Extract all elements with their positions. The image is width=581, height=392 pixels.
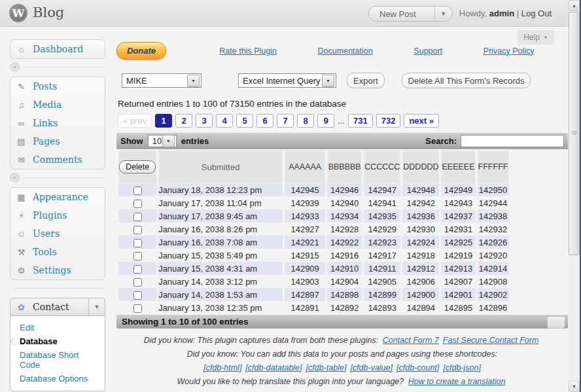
shortcode-link--cfdb-table-[interactable]: [cfdb-table] (306, 363, 347, 372)
column-header-aaaaaa[interactable]: AAAAAA (285, 151, 325, 183)
value-cell: 142926 (478, 236, 509, 249)
gear-flower-icon: ✿ (16, 302, 27, 312)
submenu-item-database[interactable]: Database (20, 334, 99, 348)
value-cell: 142921 (285, 236, 325, 249)
column-header-ffffff[interactable]: FFFFFF (478, 151, 509, 183)
sidebar-item-contact[interactable]: ✿ Contact ▼ (10, 298, 105, 316)
shortcode-link--cfdb-datatable-[interactable]: [cfdb-datatable] (245, 363, 302, 372)
plugin-ref-link-fast-secure-contact-form[interactable]: Fast Secure Contact Form (443, 336, 539, 345)
column-header-cccccc[interactable]: CCCCCC (364, 151, 400, 183)
shortcode-link--cfdb-value-[interactable]: [cfdb-value] (350, 363, 393, 372)
note-line: Did you know: This plugin captures data … (116, 336, 568, 345)
row-checkbox[interactable] (133, 278, 142, 287)
prev-page-button[interactable]: « prev (118, 114, 152, 128)
help-label: Help (523, 33, 540, 42)
page-button-7[interactable]: 7 (277, 114, 294, 128)
sidebar-item-tools[interactable]: ⚒Tools (10, 243, 105, 261)
row-checkbox[interactable] (133, 213, 142, 221)
username[interactable]: admin (489, 9, 514, 18)
page-button-2[interactable]: 2 (175, 114, 192, 128)
scroll-up-arrow-icon[interactable]: ▲ (569, 0, 580, 11)
media-icon: ♫ (16, 100, 27, 110)
sidebar-item-settings[interactable]: ⚙Settings (10, 261, 105, 279)
shortcode-link--cfdb-json-[interactable]: [cfdb-json] (443, 363, 481, 372)
collapse-arrow-icon[interactable]: « (10, 62, 20, 72)
row-checkbox[interactable] (133, 187, 142, 195)
page-button-8[interactable]: 8 (297, 114, 314, 128)
next-page-button[interactable]: next » (404, 114, 439, 128)
form-select[interactable]: MIKE ▼ (122, 73, 202, 88)
page-button-731[interactable]: 731 (348, 114, 373, 128)
column-header-dddddd[interactable]: DDDDDD (402, 151, 439, 183)
value-cell: 142923 (364, 236, 400, 249)
page-button-5[interactable]: 5 (236, 114, 253, 128)
page-button-6[interactable]: 6 (256, 114, 273, 128)
sidebar-item-media[interactable]: ♫Media (10, 96, 105, 114)
chain-link-icon: ∞ (16, 118, 27, 128)
horizontal-scroll-thumb[interactable] (547, 316, 565, 329)
row-checkbox[interactable] (133, 304, 142, 313)
page-button-9[interactable]: 9 (317, 114, 334, 128)
value-cell: 142895 (441, 301, 475, 314)
collapse-arrow-icon[interactable]: « (10, 173, 20, 183)
chevron-down-icon[interactable]: ▼ (434, 7, 452, 21)
sidebar-item-users[interactable]: ☺Users (10, 224, 105, 243)
new-post-button[interactable]: New Post ▼ (368, 6, 453, 22)
sidebar-item-appearance[interactable]: ▦Appearance (10, 188, 105, 206)
row-checkbox[interactable] (133, 291, 142, 300)
value-cell: 142925 (441, 236, 475, 249)
column-header-eeeeee[interactable]: EEEEEE (441, 151, 475, 183)
value-cell: 142908 (478, 275, 509, 288)
search-input[interactable] (461, 135, 564, 147)
table-controls-bar: Show 10 ▼ entries Search: (116, 133, 568, 149)
column-header-submitted[interactable]: Submitted (158, 151, 283, 183)
page-length-select[interactable]: 10 ▼ (148, 135, 177, 147)
delete-all-records-button[interactable]: Delete All This Form's Records (402, 73, 531, 88)
plugin-ref-link-contact-form-7[interactable]: Contact Form 7 (383, 336, 439, 345)
page-button-1[interactable]: 1 (155, 114, 172, 128)
shortcode-link--cfdb-count-[interactable]: [cfdb-count] (396, 363, 439, 372)
sidebar-item-dashboard[interactable]: ⌂ Dashboard (10, 39, 105, 59)
export-button[interactable]: Export (347, 73, 385, 88)
value-cell: 142913 (441, 262, 475, 275)
main-content: Donate Rate this PluginDocumentationSupp… (116, 42, 568, 391)
row-checkbox[interactable] (133, 265, 142, 274)
row-checkbox[interactable] (133, 239, 142, 247)
delete-button[interactable]: Delete (119, 160, 156, 173)
scrollbar-thumb[interactable] (569, 12, 580, 255)
sidebar-item-posts[interactable]: ✎Posts (10, 77, 105, 96)
contact-submenu: EditDatabaseDatabase Short CodeDatabase … (10, 316, 105, 391)
export-format-select[interactable]: Excel Internet Query ▼ (238, 73, 336, 88)
plugin-link-privacy-policy[interactable]: Privacy Policy (484, 46, 535, 56)
sidebar-item-plugins[interactable]: ⚡Plugins (10, 206, 105, 224)
scroll-down-arrow-icon[interactable]: ▼ (569, 381, 580, 392)
submenu-item-edit[interactable]: Edit (20, 321, 99, 334)
value-cell: 142906 (402, 275, 439, 288)
page-button-3[interactable]: 3 (196, 114, 213, 128)
plugin-link-support[interactable]: Support (414, 46, 442, 56)
chevron-down-icon[interactable]: ▼ (88, 298, 105, 315)
plugin-link-documentation[interactable]: Documentation (318, 46, 373, 56)
shortcode-link--cfdb-html-[interactable]: [cfdb-html] (203, 363, 241, 372)
column-header-bbbbbb[interactable]: BBBBBB (327, 151, 362, 183)
translation-link[interactable]: How to create a translation (408, 377, 506, 386)
page-button-4[interactable]: 4 (216, 114, 233, 128)
window-scrollbar[interactable]: ▲ ▼ (569, 0, 580, 392)
plugin-icon: ⚡ (16, 211, 27, 221)
row-checkbox[interactable] (133, 200, 142, 208)
row-checkbox[interactable] (133, 226, 142, 234)
sidebar-item-links[interactable]: ∞Links (10, 114, 105, 132)
donate-button[interactable]: Donate (116, 42, 166, 60)
submenu-item-database-short-code[interactable]: Database Short Code (20, 348, 99, 372)
submitted-cell: January 18, 2038 12:23 pm (158, 183, 283, 196)
value-cell: 142941 (364, 196, 400, 209)
submitted-cell: January 14, 2038 3:12 pm (158, 275, 283, 288)
table-row: January 17, 2038 9:45 am1429331429341429… (118, 209, 509, 223)
logout-link[interactable]: Log Out (521, 9, 552, 18)
row-checkbox[interactable] (133, 252, 142, 260)
submenu-item-database-options[interactable]: Database Options (20, 372, 99, 385)
page-button-732[interactable]: 732 (376, 114, 401, 128)
plugin-link-rate-this-plugin[interactable]: Rate this Plugin (219, 46, 277, 56)
sidebar-item-comments[interactable]: ✉Comments (10, 151, 105, 169)
sidebar-item-pages[interactable]: ▤Pages (10, 132, 105, 151)
